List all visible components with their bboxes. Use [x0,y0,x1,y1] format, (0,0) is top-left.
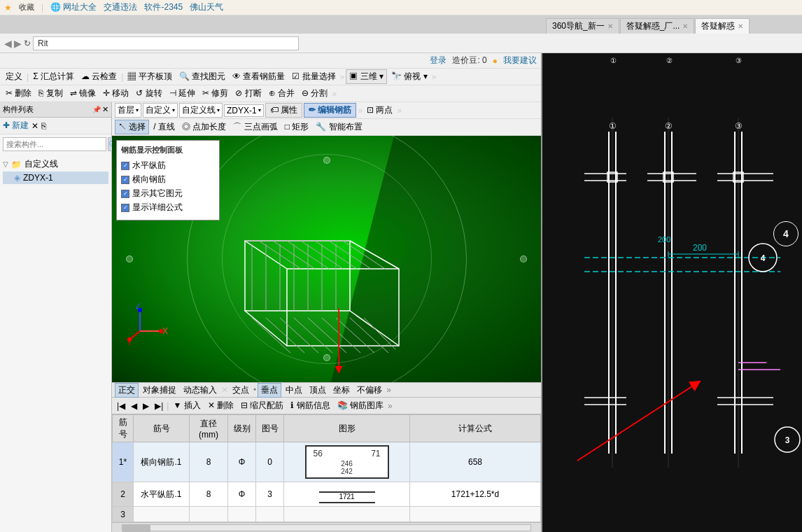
rebar-row-3[interactable]: 3 [113,507,541,522]
status-vert[interactable]: 垂点 [258,383,281,398]
rebar-nav-last[interactable]: ▶| [153,400,165,412]
tab-答疑2[interactable]: 答疑解惑 ✕ [695,18,750,34]
status-more[interactable]: » [386,385,391,395]
address-text: Rit [38,38,48,48]
scroll-track[interactable] [122,524,531,531]
line-btn[interactable]: / 直线 [150,120,178,134]
rebar-nav-prev[interactable]: ◀ [129,400,139,412]
rect-btn[interactable]: □ 矩形 [282,120,312,134]
point-len-btn[interactable]: ◎ 点加长度 [179,120,229,134]
orbit-handle-top[interactable] [323,157,330,164]
status-zhengji[interactable]: 正交 [115,383,139,398]
status-crosspoint[interactable]: 交点 [230,384,252,397]
tab-答疑2-close[interactable]: ✕ [738,22,743,30]
extend-btn[interactable]: ⊣ 延伸 [167,87,198,100]
view-btn[interactable]: 🔭 俯视 ▾ [388,70,430,83]
orbit-handle-right[interactable] [520,255,527,262]
status-nooffset[interactable]: 不偏移 [354,384,385,397]
rotate-btn[interactable]: ↺ 旋转 [133,87,164,100]
status-midpoint[interactable]: 中点 [283,384,305,397]
cloud-check-btn[interactable]: ☁ 云检查 [78,70,120,83]
ctrl-item-2[interactable]: ✓ 横向钢筋 [121,174,215,186]
svg-line-8 [280,318,318,353]
merge-btn[interactable]: ⊕ 合并 [266,87,297,100]
rebar-row-1[interactable]: 1* 横向钢筋.1 8 Φ 0 56 [113,442,541,482]
rebar-nav-first[interactable]: |◀ [115,400,127,412]
3d-btn[interactable]: ▣ 三维 ▾ [346,69,387,84]
smart-place-btn[interactable]: 🔧 智能布置 [313,120,365,134]
cad-viewport[interactable]: 钢筋显示控制面板 ✓ 水平纵筋 ✓ 横向钢筋 ✓ 显示其它图元 [112,136,541,382]
ctrl-item-3[interactable]: ✓ 显示其它图元 [121,188,215,200]
rebar-row-2[interactable]: 2 水平纵筋.1 8 Φ 3 1721 [113,482,541,507]
status-coord[interactable]: 坐标 [330,384,353,397]
tab-360-label: 360导航_新一 [552,20,605,32]
nav-back[interactable]: ◀ [4,38,12,49]
login-btn[interactable]: 登录 [430,55,446,66]
status-dynamic[interactable]: 动态输入 [181,384,220,397]
scroll-thumb[interactable] [122,525,150,532]
split-btn[interactable]: ⊖ 分割 [299,87,330,100]
tab-360[interactable]: 360导航_新一 ✕ [546,18,619,34]
orbit-handle-bottom[interactable] [323,354,330,361]
address-box[interactable]: Rit [33,36,299,50]
status-toppoint[interactable]: 顶点 [307,384,329,397]
tree-child[interactable]: ◈ ZDYX-1 [3,172,108,184]
tab-答疑1-close[interactable]: ✕ [682,22,688,30]
cad-toolbar-1: 定义 | Σ 汇总计算 ☁ 云检查 | ▦ 平齐板顶 🔍 查找图元 👁 查看钢筋… [0,69,541,85]
h-scrollbar[interactable] [112,522,541,532]
tab-答疑1[interactable]: 答疑解惑_厂... ✕ [620,18,695,34]
right-cad-view[interactable]: 200 4 3 ① ② ③ [542,53,802,532]
move-btn[interactable]: ✛ 移动 [100,87,132,100]
view-rebar-btn[interactable]: 👁 查看钢筋量 [230,70,288,83]
ctrl-item-1[interactable]: ✓ 水平纵筋 [121,160,215,172]
rebar-library-btn[interactable]: 📚 钢筋图库 [335,399,386,412]
panel-pin-icon[interactable]: 📌 [92,106,101,113]
batch-select-btn[interactable]: ☑ 批量选择 [289,70,338,83]
layer-dropdown[interactable]: 首层▾ [115,103,141,118]
trim-btn[interactable]: ✂ 修剪 [199,87,231,100]
panel-close-icon[interactable]: ✕ [102,105,108,114]
mirror-btn[interactable]: ⇌ 镜像 [67,87,99,100]
orbit-handle-left[interactable] [126,255,133,262]
search-input[interactable] [3,137,106,151]
flat-top-btn[interactable]: ▦ 平齐板顶 [125,70,174,83]
select-btn[interactable]: ↖ 选择 [115,120,149,134]
two-point-btn[interactable]: ⊡ 两点 [364,104,395,117]
rebar-insert-btn[interactable]: ▼ 插入 [170,399,203,412]
bookmark-佛山[interactable]: 佛山天气 [190,1,223,13]
status-capture[interactable]: 对象捕捉 [140,384,179,397]
bookmark-软件[interactable]: 软件-2345 [144,1,183,13]
toolbar-sep5: » [332,89,337,99]
attr-btn[interactable]: 🏷 属性 [265,103,302,118]
rebar-scale-btn[interactable]: ⊟ 缩尺配筋 [238,399,286,412]
edit-rebar-btn[interactable]: ✏ 编辑钢筋 [304,103,356,118]
sum-calc-btn[interactable]: Σ 汇总计算 [30,70,77,83]
ctrl-item-4[interactable]: ✓ 显示详细公式 [121,202,215,214]
find-elem-btn[interactable]: 🔍 查找图元 [176,70,228,83]
tab-360-close[interactable]: ✕ [607,22,613,30]
delete-tree-btn[interactable]: ✕ [31,121,38,131]
row1-formula: 658 [410,442,541,482]
custom-dropdown[interactable]: 自定义▾ [143,103,178,118]
define-btn[interactable]: 定义 [3,70,25,83]
delete-btn[interactable]: ✂ 删除 [3,87,34,100]
left-panel: 构件列表 📌 ✕ ✚ 新建 ✕ ⎘ 🔍 ▽ [0,102,112,532]
feedback-btn[interactable]: 我要建议 [503,55,537,66]
cad-toolbar-top: 登录 造价豆: 0 ● 我要建议 [0,53,541,69]
customline-dropdown[interactable]: 自定义线▾ [179,103,223,118]
nav-forward[interactable]: ▶ [14,38,22,49]
copy-btn[interactable]: ⎘ 复制 [36,87,65,100]
copy-tree-btn[interactable]: ⎘ [41,121,46,131]
arc3-btn[interactable]: ⌒ 三点画弧 [230,120,280,134]
break-btn[interactable]: ⊘ 打断 [232,87,264,100]
bookmark-網址大全[interactable]: 🌐 网址大全 [50,1,97,13]
zdyx-dropdown[interactable]: ZDYX-1▾ [224,104,264,117]
rebar-info-btn[interactable]: ℹ 钢筋信息 [288,399,332,412]
rebar-nav-next[interactable]: ▶ [141,400,151,412]
nav-refresh[interactable]: ↻ [24,38,31,48]
new-btn[interactable]: ✚ 新建 [3,120,29,132]
rebar-more[interactable]: » [388,401,393,411]
rebar-delete-btn[interactable]: ✕ 删除 [205,399,237,412]
tree-root[interactable]: ▽ 📁 自定义线 [3,157,108,172]
bookmark-交通违法[interactable]: 交通违法 [104,1,137,13]
